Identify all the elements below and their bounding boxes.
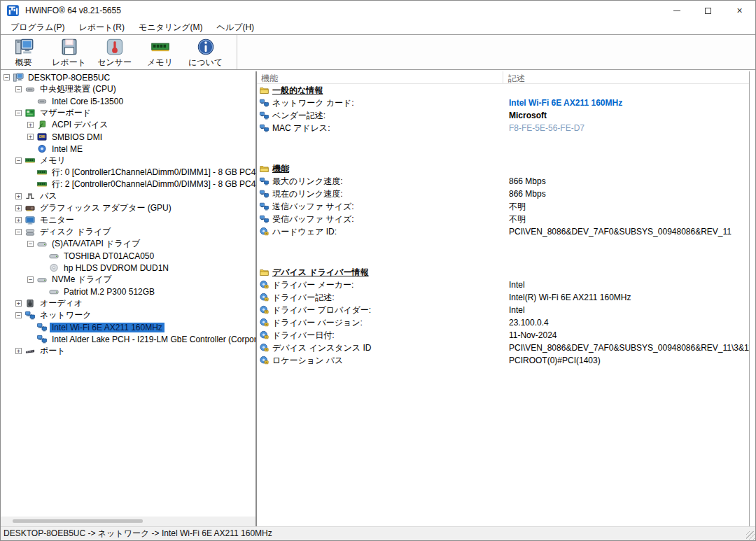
tree-item-label[interactable]: 行: 2 [Controller0ChannelADimm0/DIMM3] - … — [50, 178, 255, 190]
detail-section-row: 機能 — [257, 162, 749, 175]
folder-icon — [259, 267, 270, 277]
tree-item-label[interactable]: バス — [38, 190, 59, 202]
port-icon — [24, 346, 36, 356]
network-icon — [259, 111, 270, 120]
menu-item-1[interactable]: プログラム(P) — [4, 20, 71, 35]
detail-value: Intel(R) Wi-Fi 6E AX211 160MHz — [509, 293, 631, 302]
minimize-button[interactable] — [661, 1, 692, 20]
driver-icon — [259, 343, 270, 353]
toolbar-button-overview[interactable]: 概要 — [1, 35, 46, 69]
expand-icon[interactable]: + — [15, 193, 22, 199]
tree-item-label[interactable]: hp HLDS DVDROM DUD1N — [62, 263, 171, 273]
tree-item-label[interactable]: ネットワーク — [38, 309, 93, 321]
network-icon — [259, 189, 270, 199]
tree-row: −マザーボード — [1, 107, 255, 119]
tree-row: +オーディオ — [1, 297, 255, 309]
network-icon — [259, 176, 270, 186]
tree-horizontal-scrollbar[interactable] — [1, 517, 255, 526]
close-button[interactable]: × — [724, 1, 755, 20]
toolbar-button-report[interactable]: レポート — [46, 35, 92, 69]
collapse-icon[interactable]: − — [15, 110, 22, 116]
menu-item-2[interactable]: レポート(R) — [71, 20, 132, 35]
expand-icon[interactable]: + — [15, 348, 22, 354]
tree-item-label[interactable]: DESKTOP-8OEB5UC — [26, 73, 112, 83]
expand-icon[interactable]: + — [27, 122, 34, 128]
app-logo-icon — [7, 4, 20, 17]
collapse-icon[interactable]: − — [4, 74, 10, 80]
column-header-feature[interactable]: 機能 — [257, 71, 503, 83]
collapse-icon[interactable]: − — [15, 229, 22, 235]
detail-value: 866 Mbps — [509, 176, 546, 186]
tree-row: −メモリ — [1, 155, 255, 167]
report-icon — [59, 38, 79, 56]
tree-item-label[interactable]: Patriot M.2 P300 512GB — [62, 287, 157, 297]
tree-item-label[interactable]: メモリ — [38, 155, 68, 167]
status-text: DESKTOP-8OEB5UC -> ネットワーク -> Intel Wi-Fi… — [4, 528, 272, 540]
hardware-tree: −DESKTOP-8OEB5UC−中央処理装置 (CPU)Intel Core … — [1, 71, 255, 517]
detail-value: PCIROOT(0)#PCI(1403) — [509, 356, 601, 365]
detail-label: MAC アドレス: — [272, 122, 330, 134]
column-header-description[interactable]: 記述 — [503, 71, 749, 83]
tree-item-label[interactable]: Intel Wi-Fi 6E AX211 160MHz — [50, 323, 164, 332]
tree-row: +ACPI デバイス — [1, 119, 255, 131]
toolbar-button-sensor[interactable]: センサー — [92, 35, 137, 69]
tree-item-label[interactable]: ディスク ドライブ — [38, 226, 113, 238]
detail-label: デバイス インスタンス ID — [272, 342, 371, 354]
collapse-icon[interactable]: − — [15, 312, 22, 318]
menu-bar: プログラム(P)レポート(R)モニタリング(M)ヘルプ(H) — [1, 20, 755, 35]
expand-icon[interactable]: + — [15, 205, 22, 211]
tree-item-label[interactable]: オーディオ — [38, 297, 85, 309]
tree-row: −(S)ATA/ATAPI ドライブ — [1, 238, 255, 250]
tree-item-label[interactable]: Intel ME — [50, 144, 85, 154]
collapse-icon[interactable]: − — [15, 157, 22, 164]
toolbar-button-about[interactable]: について — [183, 35, 228, 69]
detail-label: ベンダー記述: — [272, 110, 326, 122]
cpu-icon — [24, 84, 36, 94]
menu-item-3[interactable]: モニタリング(M) — [132, 20, 210, 35]
driver-icon — [259, 227, 270, 237]
tree-item-label[interactable]: Intel Core i5-13500 — [50, 97, 125, 106]
tree-item-label[interactable]: (S)ATA/ATAPI ドライブ — [50, 238, 142, 250]
expand-icon[interactable]: + — [15, 300, 22, 307]
collapse-icon[interactable]: − — [27, 241, 34, 247]
cdrom-icon — [48, 262, 59, 273]
hardware-tree-pane: −DESKTOP-8OEB5UC−中央処理装置 (CPU)Intel Core … — [1, 71, 257, 526]
tree-item-label[interactable]: ACPI デバイス — [50, 119, 110, 131]
menu-item-4[interactable]: ヘルプ(H) — [210, 20, 262, 35]
scrollbar-thumb[interactable] — [13, 519, 143, 523]
toolbar-button-memory[interactable]: メモリ — [137, 35, 183, 69]
tree-item-label[interactable]: SMBIOS DMI — [50, 132, 104, 142]
detail-value: F8-FE-5E-56-FE-D7 — [509, 123, 584, 133]
collapse-icon[interactable]: − — [15, 86, 22, 92]
tree-item-label[interactable]: 中央処理装置 (CPU) — [38, 83, 118, 95]
expand-icon[interactable]: + — [27, 134, 34, 140]
expand-icon[interactable]: + — [15, 217, 22, 223]
tree-item-label[interactable]: Intel Alder Lake PCH - I219-LM GbE Contr… — [50, 335, 255, 344]
minimize-icon — [673, 10, 680, 11]
tree-item-label[interactable]: モニター — [38, 214, 76, 226]
ram-icon — [24, 155, 36, 166]
resize-grip-icon[interactable] — [746, 531, 755, 540]
maximize-button[interactable] — [692, 1, 724, 20]
section-title: 機能 — [272, 163, 289, 175]
tree-item-label[interactable]: ポート — [38, 345, 68, 357]
tree-item-label[interactable]: NVMe ドライブ — [50, 274, 114, 286]
tree-item-label[interactable]: マザーボード — [38, 107, 93, 119]
collapse-icon[interactable]: − — [27, 276, 34, 283]
detail-label: ロケーション パス — [272, 355, 343, 367]
toolbar: 概要レポートセンサーメモリについて — [1, 35, 755, 70]
tree-item-label[interactable]: 行: 0 [Controller1ChannelADimm0/DIMM1] - … — [50, 167, 255, 178]
detail-spacer — [257, 238, 749, 252]
detail-value: PCI\VEN_8086&DEV_7AF0&SUBSYS_00948086&RE… — [509, 343, 750, 353]
main-area: −DESKTOP-8OEB5UC−中央処理装置 (CPU)Intel Core … — [1, 71, 755, 526]
tree-row: +モニター — [1, 214, 255, 226]
detail-row: 送信バッファ サイズ:不明 — [257, 200, 749, 213]
detail-row: MAC アドレス:F8-FE-5E-56-FE-D7 — [257, 122, 749, 134]
tree-item-label[interactable]: グラフィックス アダプター (GPU) — [38, 202, 174, 214]
tree-spacer — [27, 169, 34, 176]
tree-item-label[interactable]: TOSHIBA DT01ACA050 — [62, 251, 156, 261]
tree-row: −中央処理装置 (CPU) — [1, 83, 255, 95]
folder-icon — [259, 164, 270, 174]
tree-row: −NVMe ドライブ — [1, 274, 255, 286]
toolbar-button-label: について — [188, 57, 223, 69]
